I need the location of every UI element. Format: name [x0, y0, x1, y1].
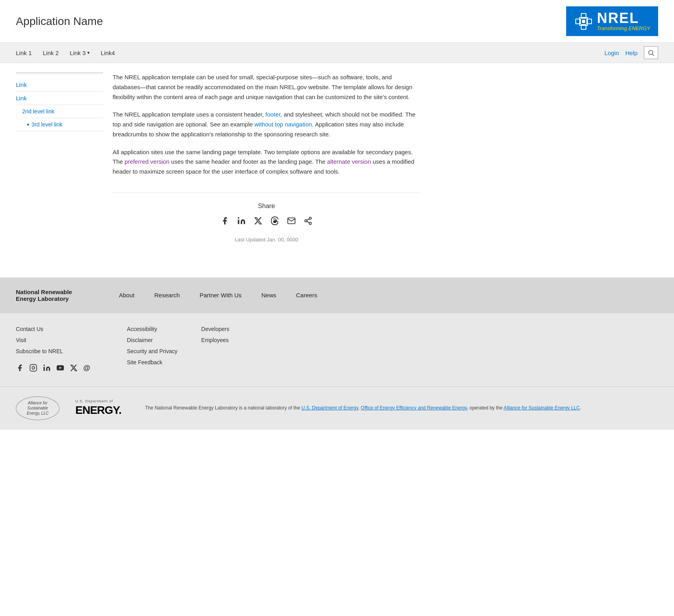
footer-nav-careers[interactable]: Careers — [296, 292, 317, 298]
doe-link[interactable]: U.S. Department of Energy — [301, 405, 358, 411]
social-instagram-icon[interactable] — [29, 364, 37, 374]
footer-feedback-link[interactable]: Site Feedback — [127, 359, 178, 365]
share-label: Share — [113, 201, 420, 211]
nrel-logo-text: NREL Transforming ENERGY — [597, 11, 650, 31]
share-section: Share — [113, 193, 420, 244]
sidebar-link-2[interactable]: Link — [16, 92, 103, 105]
footer-top-links: About Research Partner With Us News Care… — [119, 292, 317, 298]
svg-point-13 — [309, 222, 312, 225]
ase-link[interactable]: Alliance for Sustainable Energy LLC — [504, 405, 580, 411]
footer-col-left: Contact Us Visit Subscribe to NREL — [16, 326, 103, 374]
social-facebook-icon[interactable] — [16, 364, 24, 374]
svg-point-7 — [649, 50, 653, 55]
sidebar: Link Link 2nd level link 3rd level link — [16, 73, 103, 244]
site-header: Application Name NREL Transforming ENERG… — [0, 0, 674, 42]
svg-line-14 — [307, 222, 309, 223]
footer-nav-news[interactable]: News — [261, 292, 276, 298]
footer-logos: Alliance for SustainableEnergy, LLC U.S.… — [16, 396, 121, 420]
doe-logo: U.S. Department of ENERGY. — [75, 399, 121, 417]
footer-nav-partner[interactable]: Partner With Us — [199, 292, 241, 298]
footer: National Renewable Energy Laboratory Abo… — [0, 277, 674, 430]
svg-rect-6 — [582, 20, 585, 23]
eere-link[interactable]: Office of Energy Efficiency and Renewabl… — [361, 405, 467, 411]
social-threads-icon[interactable]: @ — [83, 364, 90, 374]
sidebar-link-2nd[interactable]: 2nd level link — [16, 105, 103, 118]
nav-link-4[interactable]: Link4 — [101, 50, 115, 56]
doe-dept-text: U.S. Department of — [75, 399, 121, 404]
footer-links-group: Accessibility Disclaimer Security and Pr… — [127, 326, 229, 374]
svg-rect-16 — [30, 364, 37, 371]
footer-subscribe-link[interactable]: Subscribe to NREL — [16, 348, 103, 354]
social-linkedin-icon[interactable] — [43, 364, 51, 374]
x-twitter-share-icon[interactable] — [254, 216, 262, 229]
svg-point-10 — [238, 217, 239, 219]
main-content: The NREL application template can be use… — [113, 73, 420, 244]
no-top-nav-link[interactable]: without top navigation — [255, 121, 312, 128]
footer-accessibility-link[interactable]: Accessibility — [127, 326, 178, 332]
doe-energy-text: ENERGY. — [75, 404, 121, 417]
footer-bottom: Alliance for SustainableEnergy, LLC U.S.… — [0, 386, 674, 430]
svg-rect-9 — [238, 220, 239, 224]
nrel-acronym: NREL — [597, 11, 650, 25]
sidebar-link-3rd[interactable]: 3rd level link — [16, 118, 103, 131]
footer-top: National Renewable Energy Laboratory Abo… — [0, 277, 674, 313]
svg-rect-18 — [44, 367, 45, 371]
footer-contact-link[interactable]: Contact Us — [16, 326, 103, 332]
footer-nav-about[interactable]: About — [119, 292, 134, 298]
search-icon — [647, 49, 655, 56]
footer-disclaimer-link[interactable]: Disclaimer — [127, 337, 178, 343]
app-name: Application Name — [16, 15, 103, 28]
preferred-version-link[interactable]: preferred version — [124, 158, 169, 165]
last-updated: Last Updated Jan. 00, 0000 — [113, 235, 420, 244]
content-paragraph-1: The NREL application template can be use… — [113, 73, 420, 102]
nav-link-1[interactable]: Link 1 — [16, 50, 32, 56]
nrel-logo[interactable]: NREL Transforming ENERGY — [566, 6, 658, 36]
footer-middle: Contact Us Visit Subscribe to NREL — [0, 313, 674, 386]
svg-point-12 — [305, 220, 307, 222]
nav-link-2[interactable]: Link 2 — [43, 50, 59, 56]
nav-link-3[interactable]: Link 3 — [70, 50, 90, 56]
help-link[interactable]: Help — [625, 50, 638, 56]
footer-security-link[interactable]: Security and Privacy — [127, 348, 178, 354]
threads-share-icon[interactable] — [270, 216, 279, 229]
facebook-share-icon[interactable] — [220, 216, 229, 229]
login-link[interactable]: Login — [604, 50, 619, 56]
footer-nav-research[interactable]: Research — [154, 292, 180, 298]
social-youtube-icon[interactable] — [56, 364, 64, 374]
share-icons — [113, 216, 420, 229]
top-nav-links: Link 1 Link 2 Link 3 Link4 — [16, 50, 115, 56]
linkedin-share-icon[interactable] — [237, 216, 246, 229]
alternate-version-link[interactable]: alternate version — [327, 158, 371, 165]
footer-visit-link[interactable]: Visit — [16, 337, 103, 343]
footer-employees-link[interactable]: Employees — [201, 337, 230, 343]
footer-bottom-text: The National Renewable Energy Laboratory… — [145, 404, 658, 412]
top-nav-right: Login Help — [604, 46, 658, 59]
content-paragraph-2: The NREL application template uses a con… — [113, 110, 420, 139]
nrel-logo-icon — [574, 12, 593, 31]
content-paragraph-3: All application sites use the same landi… — [113, 147, 420, 177]
footer-links-col-2: Developers Employees — [201, 326, 230, 374]
footer-link[interactable]: footer — [266, 111, 281, 118]
email-share-icon[interactable] — [287, 216, 296, 229]
social-x-twitter-icon[interactable] — [70, 364, 78, 374]
footer-social: @ — [16, 364, 103, 374]
svg-point-11 — [309, 217, 312, 220]
footer-org-name: National Renewable Energy Laboratory — [16, 289, 87, 302]
main-container: Link Link 2nd level link 3rd level link … — [0, 63, 436, 254]
ase-logo: Alliance for SustainableEnergy, LLC — [16, 396, 59, 420]
sidebar-link-1[interactable]: Link — [16, 78, 103, 92]
general-share-icon[interactable] — [304, 216, 312, 229]
footer-links-col-1: Accessibility Disclaimer Security and Pr… — [127, 326, 178, 374]
search-button[interactable] — [644, 46, 658, 59]
top-nav: Link 1 Link 2 Link 3 Link4 Login Help — [0, 42, 674, 63]
svg-point-19 — [44, 364, 45, 365]
footer-developers-link[interactable]: Developers — [201, 326, 230, 332]
svg-line-15 — [307, 219, 309, 220]
svg-line-8 — [652, 54, 654, 55]
nrel-tagline: Transforming ENERGY — [597, 25, 650, 31]
